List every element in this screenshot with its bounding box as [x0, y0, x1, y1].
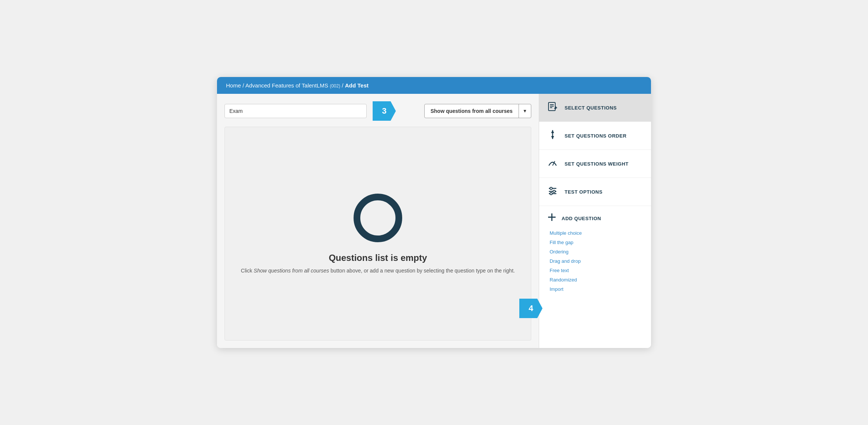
question-type-fill-gap[interactable]: Fill the gap [550, 239, 644, 246]
show-questions-button[interactable]: Show questions from all courses ▼ [424, 104, 531, 118]
step-4-badge-wrapper: 4 [519, 299, 542, 318]
body: 3 Show questions from all courses ▼ Ques… [217, 94, 651, 348]
breadcrumb-course[interactable]: Advanced Features of TalentLMS [245, 82, 328, 89]
edit-icon [547, 101, 559, 114]
breadcrumb-course-num: (002) [330, 83, 340, 89]
test-options-label: TEST OPTIONS [565, 189, 602, 195]
add-question-label: ADD QUESTION [562, 216, 601, 221]
exam-input[interactable] [224, 104, 367, 118]
question-type-list: Multiple choice Fill the gap Ordering Dr… [547, 230, 644, 293]
breadcrumb-sep2: / [342, 82, 345, 89]
top-bar: 3 Show questions from all courses ▼ [224, 101, 531, 121]
empty-desc-prefix: Click [241, 268, 254, 274]
select-questions-label: SELECT QUESTIONS [565, 105, 617, 111]
add-question-header: ADD QUESTION [547, 212, 644, 225]
empty-title: Questions list is empty [329, 253, 427, 263]
sidebar: SELECT QUESTIONS SET QUESTIONS ORDER [539, 94, 651, 348]
add-question-icon [547, 212, 557, 225]
question-type-multiple-choice[interactable]: Multiple choice [550, 230, 644, 237]
step-4-label: 4 [529, 304, 533, 313]
show-questions-label: Show questions from all courses [425, 108, 519, 114]
svg-marker-8 [551, 130, 554, 133]
questions-weight-label: SET QUESTIONS WEIGHT [565, 161, 629, 167]
step-3-label: 3 [382, 106, 386, 116]
sidebar-item-select-questions[interactable]: SELECT QUESTIONS [539, 94, 651, 122]
question-type-free-text[interactable]: Free text [550, 267, 644, 274]
svg-marker-9 [551, 136, 554, 139]
dropdown-arrow-icon[interactable]: ▼ [519, 108, 531, 114]
sidebar-item-test-options[interactable]: TEST OPTIONS [539, 178, 651, 206]
sidebar-item-questions-order[interactable]: SET QUESTIONS ORDER [539, 122, 651, 150]
options-icon [547, 185, 559, 198]
main-content: 3 Show questions from all courses ▼ Ques… [217, 94, 539, 348]
weight-icon [547, 157, 559, 170]
breadcrumb-sep1: / [242, 82, 245, 89]
sidebar-item-questions-weight[interactable]: SET QUESTIONS WEIGHT [539, 150, 651, 178]
order-icon [547, 129, 559, 142]
svg-point-16 [550, 193, 552, 195]
app-window: Home / Advanced Features of TalentLMS (0… [217, 77, 651, 348]
question-type-randomized[interactable]: Randomized [550, 276, 644, 283]
empty-desc-suffix: button above, or add a new question by s… [329, 268, 515, 274]
step-4-badge: 4 [519, 299, 542, 318]
header: Home / Advanced Features of TalentLMS (0… [217, 77, 651, 94]
svg-point-12 [550, 187, 552, 190]
empty-circle-icon [354, 194, 402, 242]
question-type-drag-drop[interactable]: Drag and drop [550, 258, 644, 265]
questions-area: Questions list is empty Click Show quest… [224, 127, 531, 341]
add-question-section: ADD QUESTION Multiple choice Fill the ga… [539, 206, 651, 296]
empty-desc-italic: Show questions from all courses [254, 268, 329, 274]
breadcrumb-home[interactable]: Home [226, 82, 241, 89]
questions-order-label: SET QUESTIONS ORDER [565, 133, 627, 139]
question-type-ordering[interactable]: Ordering [550, 248, 644, 255]
breadcrumb-page: Add Test [345, 82, 369, 89]
step-3-badge: 3 [373, 101, 396, 121]
breadcrumb: Home / Advanced Features of TalentLMS (0… [226, 82, 369, 89]
question-type-import[interactable]: Import [550, 286, 644, 293]
empty-description: Click Show questions from all courses bu… [241, 268, 515, 274]
svg-point-14 [553, 190, 555, 193]
